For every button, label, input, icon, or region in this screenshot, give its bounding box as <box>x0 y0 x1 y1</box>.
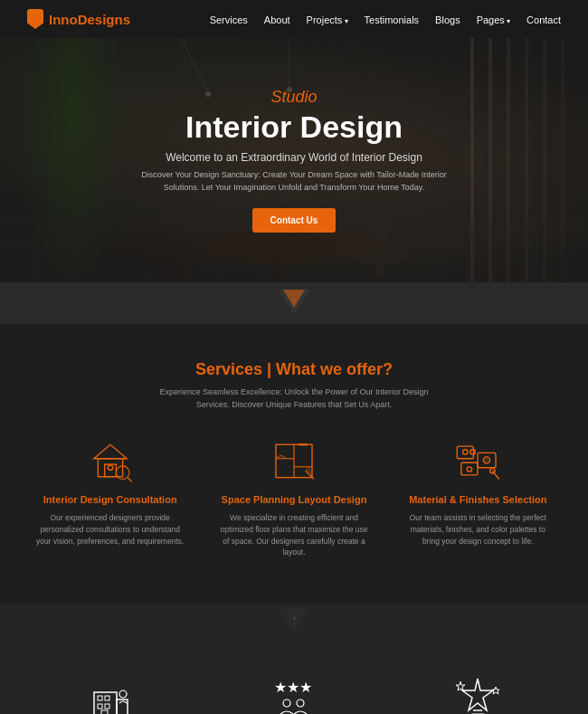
stat-card-2: ★★★ 1200 Happy Client <box>222 674 366 714</box>
svg-rect-50 <box>101 710 108 714</box>
nav-contact[interactable]: Contact <box>526 14 561 25</box>
layout-icon <box>267 438 321 483</box>
svg-marker-20 <box>93 444 126 458</box>
svg-text:↓: ↓ <box>292 296 296 304</box>
hero-content: Studio Interior Design Welcome to an Ext… <box>140 88 448 233</box>
svg-marker-59 <box>492 687 499 694</box>
svg-point-36 <box>463 450 468 454</box>
logo[interactable]: InnoDesigns <box>27 9 130 29</box>
service-card-3: Material & Finishes Selection Our team a… <box>401 438 555 558</box>
svg-line-13 <box>181 38 208 92</box>
clients-stat-icon: ★★★ <box>269 674 318 714</box>
hero-section: Studio Interior Design Welcome to an Ext… <box>0 38 588 282</box>
service-card-1: Interior Design Consultation Our experie… <box>33 438 187 558</box>
svg-point-55 <box>297 700 304 707</box>
nav-projects[interactable]: Projects <box>307 14 348 25</box>
nav-pages[interactable]: Pages <box>477 14 510 25</box>
svg-point-23 <box>108 465 112 470</box>
consultation-icon <box>83 438 138 483</box>
stats-grid: 1500 Project Completed ★★★ 1200 Happy Cl <box>27 674 561 714</box>
svg-rect-11 <box>375 255 384 278</box>
svg-point-38 <box>467 467 471 471</box>
nav-about[interactable]: About <box>264 14 290 25</box>
award-stat-icon <box>453 674 503 714</box>
stats-section: 1500 Project Completed ★★★ 1200 Happy Cl <box>0 638 588 714</box>
nav-testimonials[interactable]: Testimonials <box>365 14 420 25</box>
service-3-name: Material & Finishes Selection <box>401 494 555 505</box>
svg-rect-46 <box>98 696 102 700</box>
services-desc: Experience Seamless Excellence: Unlock t… <box>158 386 430 411</box>
svg-rect-49 <box>105 704 109 709</box>
service-1-desc: Our experienced designers provide person… <box>33 512 187 547</box>
section-divider-2: ↓ <box>0 604 588 638</box>
svg-marker-58 <box>456 681 465 690</box>
svg-point-37 <box>470 450 475 454</box>
svg-line-25 <box>128 478 132 482</box>
arrow-down-decoration: ↓ <box>278 290 310 317</box>
section-divider-1: ↓ <box>0 282 588 324</box>
svg-point-54 <box>283 700 290 707</box>
logo-text: InnoDesigns <box>49 12 130 27</box>
building-stat-icon <box>85 674 135 714</box>
svg-marker-57 <box>462 679 493 710</box>
services-section: Services | What we offer? Experience Sea… <box>0 324 588 604</box>
navigation: InnoDesigns Services About Projects Test… <box>0 0 588 38</box>
nav-blogs[interactable]: Blogs <box>435 14 460 25</box>
services-title: Services | What we offer? <box>27 360 561 379</box>
service-2-desc: We specialize in creating efficient and … <box>217 512 371 558</box>
svg-point-39 <box>484 457 490 463</box>
svg-line-40 <box>493 471 499 479</box>
nav-links: Services About Projects Testimonials Blo… <box>210 11 561 27</box>
svg-point-7 <box>118 228 335 264</box>
svg-rect-34 <box>461 462 478 475</box>
logo-icon <box>27 9 43 29</box>
svg-rect-48 <box>98 704 102 709</box>
material-icon <box>450 438 505 483</box>
svg-point-51 <box>119 690 127 698</box>
hero-cta-button[interactable]: Contact Us <box>252 208 337 233</box>
svg-text:↓: ↓ <box>292 614 296 622</box>
hero-description: Discover Your Design Sanctuary: Create Y… <box>140 169 448 194</box>
hero-subtitle: Welcome to an Extraordinary World of Int… <box>140 151 448 164</box>
arrow-down-decoration-2: ↓ <box>278 607 310 634</box>
svg-text:★★★: ★★★ <box>274 680 312 695</box>
service-card-2: Space Planning Layout Design We speciali… <box>217 438 371 558</box>
service-1-name: Interior Design Consultation <box>33 494 187 505</box>
nav-services[interactable]: Services <box>210 14 248 25</box>
svg-rect-33 <box>458 446 474 459</box>
svg-rect-47 <box>105 696 109 700</box>
stat-card-1: 1500 Project Completed <box>38 674 183 714</box>
stat-card-3: 170 Award Winner <box>405 674 550 714</box>
hero-studio-label: Studio <box>140 88 448 107</box>
services-grid: Interior Design Consultation Our experie… <box>27 438 561 558</box>
service-2-name: Space Planning Layout Design <box>217 494 371 505</box>
service-3-desc: Our team assists in selecting the perfec… <box>401 512 555 547</box>
svg-rect-8 <box>172 246 181 282</box>
svg-rect-9 <box>271 246 280 282</box>
hero-title: Interior Design <box>140 110 448 144</box>
